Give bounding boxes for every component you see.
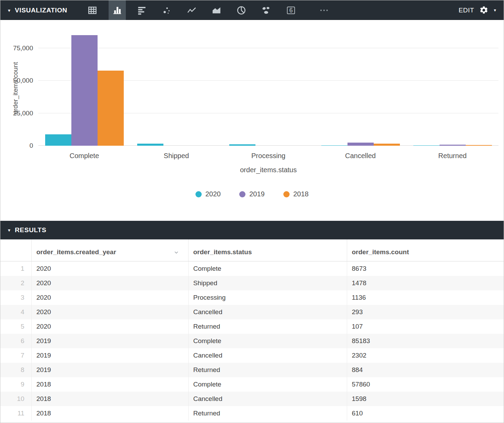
y-axis-title: order_items.count — [12, 62, 19, 114]
map-chart-icon[interactable] — [258, 0, 275, 20]
cell-created_year[interactable]: 2020 — [31, 305, 188, 319]
cell-status[interactable]: Returned — [188, 363, 347, 377]
bar-2020-processing[interactable] — [229, 144, 255, 146]
results-title: RESULTS — [15, 226, 46, 234]
bar-2018-cancelled[interactable] — [374, 144, 400, 146]
bar-2019-returned[interactable] — [440, 145, 466, 146]
y-tick-label: 75,000 — [13, 44, 33, 52]
chevron-down-icon[interactable] — [173, 249, 180, 256]
legend-dot — [283, 191, 290, 197]
table-row: 12020Complete8673 — [0, 261, 504, 276]
bar-group-processing — [222, 20, 314, 146]
single-value-icon[interactable]: 6 — [282, 0, 300, 20]
column-header-label: order_items.status — [193, 248, 252, 256]
cell-count[interactable]: 1478 — [347, 276, 504, 290]
bar-2018-returned[interactable] — [466, 145, 492, 146]
column-header-label: order_items.created_year — [37, 248, 116, 256]
settings-gear-icon[interactable] — [479, 6, 488, 15]
cell-count[interactable]: 2302 — [347, 348, 504, 363]
bar-chart-icon[interactable] — [133, 0, 151, 20]
results-table: order_items.created_yearorder_items.stat… — [0, 239, 504, 421]
cell-status[interactable]: Complete — [188, 334, 347, 348]
row-number: 9 — [0, 377, 31, 392]
cell-created_year[interactable]: 2020 — [31, 276, 188, 290]
cell-count[interactable]: 8673 — [347, 261, 504, 276]
cell-status[interactable]: Shipped — [188, 276, 347, 290]
collapse-results-icon[interactable]: ▾ — [8, 228, 10, 233]
row-number: 8 — [0, 363, 31, 377]
cell-status[interactable]: Complete — [188, 377, 347, 392]
column-header-order_items-status[interactable]: order_items.status — [188, 239, 347, 261]
area-chart-icon[interactable] — [208, 0, 225, 20]
cell-created_year[interactable]: 2019 — [31, 348, 188, 363]
table-row: 102018Cancelled1598 — [0, 392, 504, 406]
legend-dot — [195, 191, 202, 197]
table-row: 92018Complete57860 — [0, 377, 504, 392]
cell-status[interactable]: Cancelled — [188, 305, 347, 319]
legend-label: 2019 — [249, 190, 265, 198]
svg-text:6: 6 — [289, 7, 293, 14]
cell-status[interactable]: Returned — [188, 406, 347, 421]
cell-status[interactable]: Cancelled — [188, 348, 347, 363]
visualization-header-right: EDIT ▾ — [458, 6, 504, 15]
column-header-order_items-created_year[interactable]: order_items.created_year — [31, 239, 188, 261]
table-row: 32020Processing1136 — [0, 290, 504, 305]
cell-created_year[interactable]: 2019 — [31, 334, 188, 348]
row-number-header — [0, 239, 31, 261]
y-tick-label: 50,000 — [13, 77, 33, 84]
cell-count[interactable]: 884 — [347, 363, 504, 377]
pie-chart-icon[interactable] — [233, 0, 250, 20]
bar-2019-complete[interactable] — [71, 35, 98, 146]
column-header-order_items-count[interactable]: order_items.count — [347, 239, 504, 261]
bar-2020-complete[interactable] — [45, 134, 71, 146]
cell-created_year[interactable]: 2020 — [31, 290, 188, 305]
x-tick-label-returned: Returned — [406, 152, 498, 160]
line-chart-icon[interactable] — [183, 0, 200, 20]
table-chart-icon[interactable] — [84, 0, 101, 20]
cell-created_year[interactable]: 2018 — [31, 392, 188, 406]
collapse-visualization-icon[interactable]: ▾ — [8, 8, 10, 13]
scatter-chart-icon[interactable] — [158, 0, 175, 20]
bar-group-returned — [406, 20, 498, 146]
chart-plot-area: 025,00050,00075,000 — [38, 20, 498, 146]
x-tick-label-processing: Processing — [222, 152, 314, 160]
more-options-icon[interactable] — [315, 0, 333, 20]
table-row: 42020Cancelled293 — [0, 305, 504, 319]
x-axis-labels: CompleteShippedProcessingCancelledReturn… — [38, 152, 498, 160]
cell-created_year[interactable]: 2018 — [31, 406, 188, 421]
cell-created_year[interactable]: 2020 — [31, 261, 188, 276]
cell-count[interactable]: 57860 — [347, 377, 504, 392]
cell-created_year[interactable]: 2019 — [31, 363, 188, 377]
legend-item-2019[interactable]: 2019 — [239, 190, 265, 198]
column-chart-icon[interactable] — [109, 0, 126, 20]
edit-button[interactable]: EDIT — [458, 7, 474, 14]
bar-2018-complete[interactable] — [98, 71, 124, 146]
chart-legend: 202020192018 — [0, 190, 504, 198]
settings-caret-icon[interactable]: ▾ — [494, 8, 496, 12]
cell-created_year[interactable]: 2020 — [31, 319, 188, 334]
cell-count[interactable]: 293 — [347, 305, 504, 319]
bar-2019-cancelled[interactable] — [347, 143, 374, 146]
legend-item-2018[interactable]: 2018 — [283, 190, 309, 198]
cell-status[interactable]: Cancelled — [188, 392, 347, 406]
bar-2020-shipped[interactable] — [137, 144, 163, 146]
cell-created_year[interactable]: 2018 — [31, 377, 188, 392]
cell-status[interactable]: Returned — [188, 319, 347, 334]
cell-status[interactable]: Processing — [188, 290, 347, 305]
row-number: 1 — [0, 261, 31, 276]
table-row: 22020Shipped1478 — [0, 276, 504, 290]
cell-count[interactable]: 610 — [347, 406, 504, 421]
table-row: 112018Returned610 — [0, 406, 504, 421]
legend-item-2020[interactable]: 2020 — [195, 190, 221, 198]
x-axis-title: order_items.status — [38, 166, 498, 174]
bar-2020-cancelled[interactable] — [321, 145, 347, 146]
cell-count[interactable]: 1136 — [347, 290, 504, 305]
column-header-label: order_items.count — [352, 248, 409, 256]
cell-count[interactable]: 85183 — [347, 334, 504, 348]
cell-count[interactable]: 107 — [347, 319, 504, 334]
legend-dot — [239, 191, 245, 197]
x-tick-label-cancelled: Cancelled — [314, 152, 406, 160]
cell-count[interactable]: 1598 — [347, 392, 504, 406]
cell-status[interactable]: Complete — [188, 261, 347, 276]
bar-2020-returned[interactable] — [413, 145, 440, 146]
